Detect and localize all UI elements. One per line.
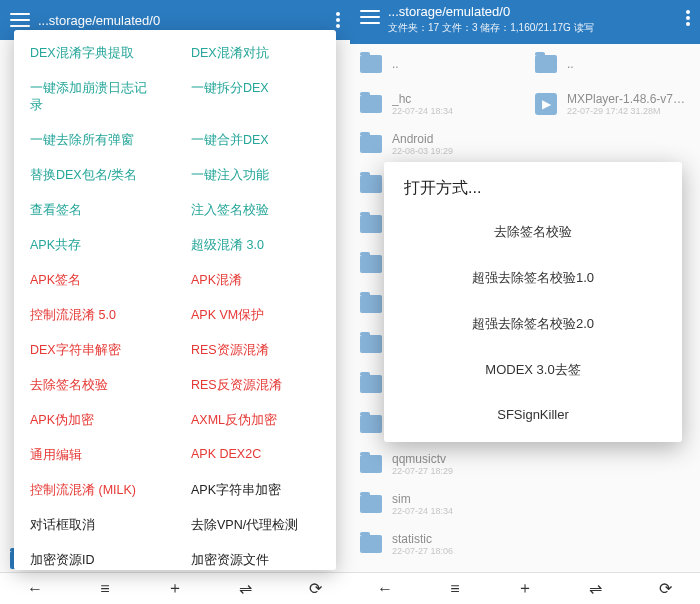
folder-icon — [360, 495, 382, 513]
menu-item[interactable]: APK DEX2C — [175, 438, 336, 473]
menu-item[interactable]: APK伪加密 — [14, 403, 175, 438]
menu-item[interactable]: APK字符串加密 — [175, 473, 336, 508]
menu-item[interactable]: RES资源混淆 — [175, 333, 336, 368]
file-name: MXPlayer-1.48.6-v7a-Box-OsitKP.CN.apk — [567, 92, 690, 106]
file-name: .. — [392, 57, 399, 71]
file-date: 22-07-27 18:06 — [392, 546, 453, 556]
folder-icon — [360, 175, 382, 193]
list-icon[interactable]: ≡ — [95, 579, 115, 599]
dialog-item[interactable]: SFSignKiller — [384, 393, 682, 436]
hamburger-icon[interactable] — [360, 10, 380, 24]
folder-icon — [360, 55, 382, 73]
menu-item[interactable]: 控制流混淆 5.0 — [14, 298, 175, 333]
menu-item[interactable]: 一键合并DEX — [175, 123, 336, 158]
menu-item[interactable]: 超级混淆 3.0 — [175, 228, 336, 263]
overflow-icon[interactable] — [336, 12, 340, 28]
folder-icon — [360, 415, 382, 433]
menu-item[interactable]: RES反资源混淆 — [175, 368, 336, 403]
overflow-icon[interactable] — [686, 10, 690, 26]
file-name: Android — [392, 132, 453, 146]
file-name: _hc — [392, 92, 453, 106]
file-date: 22-08-03 19:29 — [392, 146, 453, 156]
menu-item[interactable]: 加密资源ID — [14, 543, 175, 570]
list-item[interactable]: Subtitles22-07-27 10:28 — [350, 564, 525, 572]
left-appbar-title: ...storage/emulated/0 — [38, 13, 336, 28]
back-icon[interactable]: ← — [25, 579, 45, 599]
dialog-item[interactable]: 超强去除签名校验2.0 — [384, 301, 682, 347]
refresh-icon[interactable]: ⟳ — [305, 579, 325, 599]
menu-item[interactable]: DEX混淆对抗 — [175, 36, 336, 71]
file-name: qqmusictv — [392, 452, 453, 466]
list-item[interactable]: Android22-08-03 19:29 — [350, 124, 525, 164]
folder-icon — [360, 255, 382, 273]
left-screen: ...storage/emulated/0 22-07-27 18:06 DEX… — [0, 0, 350, 604]
right-screen: ...storage/emulated/0 文件夹：17 文件：3 储存：1,1… — [350, 0, 700, 604]
menu-item[interactable]: 控制流混淆 (MILK) — [14, 473, 175, 508]
add-icon[interactable]: ＋ — [165, 579, 185, 599]
dialog-item[interactable]: 去除签名校验 — [384, 209, 682, 255]
back-icon[interactable]: ← — [375, 579, 395, 599]
folder-icon — [360, 135, 382, 153]
menu-item[interactable]: 查看签名 — [14, 193, 175, 228]
menu-item[interactable]: APK VM保护 — [175, 298, 336, 333]
menu-item[interactable]: 一键去除所有弹窗 — [14, 123, 175, 158]
menu-item[interactable]: 一键添加崩溃日志记录 — [14, 71, 175, 123]
menu-item[interactable]: 对话框取消 — [14, 508, 175, 543]
add-icon[interactable]: ＋ — [515, 579, 535, 599]
file-name: .. — [567, 57, 574, 71]
dialog-item[interactable]: 超强去除签名校验1.0 — [384, 255, 682, 301]
folder-icon — [360, 535, 382, 553]
list-item[interactable]: statistic22-07-27 18:06 — [350, 524, 525, 564]
menu-item[interactable]: APK签名 — [14, 263, 175, 298]
swap-icon[interactable]: ⇌ — [235, 579, 255, 599]
menu-item[interactable]: DEX字符串解密 — [14, 333, 175, 368]
menu-item[interactable]: APK混淆 — [175, 263, 336, 298]
right-appbar-title: ...storage/emulated/0 — [388, 4, 686, 19]
folder-icon — [360, 455, 382, 473]
menu-item[interactable]: AXML反伪加密 — [175, 403, 336, 438]
menu-item[interactable]: DEX混淆字典提取 — [14, 36, 175, 71]
open-with-dialog: 打开方式... 去除签名校验超强去除签名校验1.0超强去除签名校验2.0MODE… — [384, 162, 682, 442]
file-date: 22-07-27 18:29 — [392, 466, 453, 476]
dialog-title: 打开方式... — [384, 178, 682, 209]
menu-item[interactable]: 通用编辑 — [14, 438, 175, 473]
swap-icon[interactable]: ⇌ — [585, 579, 605, 599]
menu-item[interactable]: 一键拆分DEX — [175, 71, 336, 123]
menu-item[interactable]: 替换DEX包名/类名 — [14, 158, 175, 193]
menu-item[interactable]: 加密资源文件 — [175, 543, 336, 570]
menu-item[interactable]: APK共存 — [14, 228, 175, 263]
menu-item[interactable]: 一键注入功能 — [175, 158, 336, 193]
right-appbar-subtitle: 文件夹：17 文件：3 储存：1,160/21.17G 读写 — [388, 21, 686, 35]
apk-icon — [535, 93, 557, 115]
list-item[interactable]: _hc22-07-24 18:34 — [350, 84, 525, 124]
list-item[interactable]: .. — [350, 44, 525, 84]
list-item[interactable]: qqmusictv22-07-27 18:29 — [350, 444, 525, 484]
file-date: 22-07-29 17:42 31.28M — [567, 106, 690, 116]
dialog-item[interactable]: MODEX 3.0去签 — [384, 347, 682, 393]
file-name: sim — [392, 492, 453, 506]
menu-item[interactable]: 注入签名校验 — [175, 193, 336, 228]
list-icon[interactable]: ≡ — [445, 579, 465, 599]
folder-icon — [360, 95, 382, 113]
menu-item[interactable]: 去除签名校验 — [14, 368, 175, 403]
left-bottombar: ←≡＋⇌⟳ — [0, 572, 350, 604]
refresh-icon[interactable]: ⟳ — [655, 579, 675, 599]
list-item[interactable]: MXPlayer-1.48.6-v7a-Box-OsitKP.CN.apk22-… — [525, 84, 700, 124]
file-date: 22-07-24 18:34 — [392, 106, 453, 116]
file-name: statistic — [392, 532, 453, 546]
right-appbar: ...storage/emulated/0 文件夹：17 文件：3 储存：1,1… — [350, 0, 700, 44]
folder-icon — [360, 375, 382, 393]
file-date: 22-07-24 18:34 — [392, 506, 453, 516]
menu-item[interactable]: 去除VPN/代理检测 — [175, 508, 336, 543]
folder-icon — [360, 215, 382, 233]
context-menu: DEX混淆字典提取DEX混淆对抗一键添加崩溃日志记录一键拆分DEX一键去除所有弹… — [14, 30, 336, 570]
folder-icon — [535, 55, 557, 73]
right-bottombar: ←≡＋⇌⟳ — [350, 572, 700, 604]
list-item[interactable]: sim22-07-24 18:34 — [350, 484, 525, 524]
hamburger-icon[interactable] — [10, 13, 30, 27]
list-item[interactable]: .. — [525, 44, 700, 84]
folder-icon — [360, 295, 382, 313]
folder-icon — [360, 335, 382, 353]
